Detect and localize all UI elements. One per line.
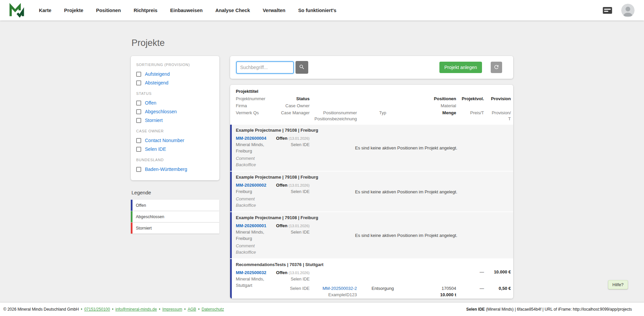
filter-card: SORTIERUNG (PROVISION) Aufsteigend Abste… xyxy=(131,56,219,180)
refresh-button[interactable] xyxy=(491,62,502,73)
separator: • xyxy=(81,307,82,312)
project-row: Example Projectname | 79108 | Freiburg M… xyxy=(230,212,513,258)
footer-datenschutz-link[interactable]: Datenschutz xyxy=(202,307,224,312)
checkbox-icon[interactable] xyxy=(136,109,141,114)
footer-email-link[interactable]: info@mineral-minds.de xyxy=(115,307,157,312)
checkbox-icon[interactable] xyxy=(136,138,141,143)
project-title: Example Projectname | 79108 | Freiburg xyxy=(236,214,513,221)
search-card: Projekt anlegen xyxy=(230,56,513,79)
footer-session-info: Selen IDE (Mineral Minds) | 6facae854b4f… xyxy=(466,307,632,312)
checkbox-icon[interactable] xyxy=(136,101,141,106)
position-provision-t: 0,50 € xyxy=(232,286,511,291)
search-icon xyxy=(299,64,305,71)
legend-title: Legende xyxy=(131,190,219,195)
legend-label: Abgeschlossen xyxy=(136,214,164,219)
checkbox-icon[interactable] xyxy=(136,80,141,85)
nav-item-einbauweisen[interactable]: Einbauweisen xyxy=(170,8,203,13)
legend-item-abgeschlossen: Abgeschlossen xyxy=(131,211,219,222)
filter-section-title: SORTIERUNG (PROVISION) xyxy=(136,63,214,67)
legend-item-storniert: Storniert xyxy=(131,223,219,234)
create-project-button[interactable]: Projekt anlegen xyxy=(439,62,482,73)
nav-item-positionen[interactable]: Positionen xyxy=(96,8,121,13)
status-value: Offen xyxy=(276,223,287,228)
project-vermerk: Comment xyxy=(236,196,289,202)
legend-item-offen: Offen xyxy=(131,200,219,211)
mineral-minds-logo-icon[interactable] xyxy=(9,3,24,18)
project-status: Offen (13.01.2026) Selen IDE xyxy=(232,223,310,236)
filter-option-baden-wuerttemberg[interactable]: Baden-Württemberg xyxy=(136,165,214,174)
user-avatar[interactable] xyxy=(621,4,635,17)
footer-impressum-link[interactable]: Impressum xyxy=(162,307,182,312)
project-row: Example Projectname | 79108 | Freiburg M… xyxy=(230,172,513,211)
col-provision-t: Provision/ xyxy=(230,110,511,115)
card-reader-icon[interactable] xyxy=(602,6,613,15)
checkbox-icon[interactable] xyxy=(136,118,141,123)
separator: • xyxy=(184,307,185,312)
status-date: (13.01.2026) xyxy=(289,224,310,228)
project-provision-value: 10.000 € xyxy=(232,269,511,274)
legend-label: Storniert xyxy=(136,226,152,231)
checkbox-icon[interactable] xyxy=(136,167,141,172)
status-value: Offen xyxy=(276,183,287,188)
project-vermerk: Backoffice xyxy=(236,202,289,208)
nav-item-karte[interactable]: Karte xyxy=(39,8,51,13)
no-positions-message: Es sind keine aktiven Positionen im Proj… xyxy=(332,145,480,150)
filter-option-abgeschlossen[interactable]: Abgeschlossen xyxy=(136,107,214,116)
separator: • xyxy=(198,307,200,312)
legend-label: Offen xyxy=(136,203,146,208)
project-vermerk: Backoffice xyxy=(236,249,289,255)
main-area: Projekte SORTIERUNG (PROVISION) Aufsteig… xyxy=(0,20,644,303)
col-material: Material xyxy=(230,103,456,108)
case-owner-value: Selen IDE xyxy=(232,276,310,282)
footer-left: © 2026 Mineral Minds Deutschland GmbH • … xyxy=(3,307,224,312)
nav-item-analyse-check[interactable]: Analyse Check xyxy=(215,8,250,13)
col-projekttitel: Projekttitel xyxy=(236,89,258,94)
project-vermerk: Backoffice xyxy=(236,162,289,168)
checkbox-icon[interactable] xyxy=(136,72,141,77)
nav-item-richtpreis[interactable]: Richtpreis xyxy=(133,8,157,13)
search-input[interactable] xyxy=(236,61,294,74)
position-menge: 10.000 t xyxy=(232,292,456,297)
nav-item-verwalten[interactable]: Verwalten xyxy=(263,8,285,13)
footer-phone-link[interactable]: 07151/250100 xyxy=(84,307,110,312)
case-owner-value: Selen IDE xyxy=(232,189,310,195)
project-title: RecommendationsTests | 70376 | Stuttgart xyxy=(236,261,513,268)
nav-item-so-funktionierts[interactable]: So funktioniert's xyxy=(298,8,336,13)
nav-item-projekte[interactable]: Projekte xyxy=(64,8,83,13)
top-navbar: Karte Projekte Positionen Richtpreis Ein… xyxy=(0,0,644,20)
status-date: (13.01.2026) xyxy=(289,136,310,140)
main-column: Projekt anlegen Projekttitel P xyxy=(230,56,513,299)
filter-option-absteigend[interactable]: Absteigend xyxy=(136,78,214,87)
session-details: (Mineral Minds) | 6facae854b4f | URL of … xyxy=(485,307,632,312)
project-status: Offen (13.01.2026) Selen IDE xyxy=(232,182,310,195)
project-title: Example Projectname | 79108 | Freiburg xyxy=(236,174,513,180)
separator: • xyxy=(112,307,113,312)
project-vermerk: Comment xyxy=(236,155,289,162)
filter-section-sortierung: SORTIERUNG (PROVISION) Aufsteigend Abste… xyxy=(136,63,214,87)
page-title: Projekte xyxy=(131,38,513,48)
refresh-icon xyxy=(493,64,499,71)
filter-option-contact-nonumber[interactable]: Contact Nonumber xyxy=(136,136,214,145)
filter-option-aufsteigend[interactable]: Aufsteigend xyxy=(136,70,214,78)
search-button[interactable] xyxy=(296,61,308,74)
project-firma: Freiburg xyxy=(236,148,289,154)
sidebar: SORTIERUNG (PROVISION) Aufsteigend Abste… xyxy=(131,56,219,234)
no-positions-message: Es sind keine aktiven Positionen im Proj… xyxy=(332,233,480,238)
filter-option-offen[interactable]: Offen xyxy=(136,99,214,107)
checkbox-icon[interactable] xyxy=(136,147,141,152)
case-owner-value: Selen IDE xyxy=(232,229,310,236)
no-positions-message: Es sind keine aktiven Positionen im Proj… xyxy=(332,189,480,194)
filter-section-case-owner: CASE OWNER Contact Nonumber Selen IDE xyxy=(136,129,214,153)
filter-section-title: STATUS xyxy=(136,91,214,96)
projects-table-card: Projekttitel Projektnummer Firma Vermerk… xyxy=(230,85,513,299)
filter-option-storniert[interactable]: Storniert xyxy=(136,116,214,125)
filter-option-selen-ide[interactable]: Selen IDE xyxy=(136,145,214,153)
footer: © 2026 Mineral Minds Deutschland GmbH • … xyxy=(0,303,644,316)
legend: Offen Abgeschlossen Storniert xyxy=(131,200,219,234)
filter-section-title: BUNDESLAND xyxy=(136,158,214,162)
help-button[interactable]: Hilfe? xyxy=(608,280,628,289)
col-provision: Provision xyxy=(230,96,511,101)
footer-agb-link[interactable]: AGB xyxy=(187,307,196,312)
project-title: Example Projectname | 79108 | Freiburg xyxy=(236,127,513,133)
status-value: Offen xyxy=(276,136,287,141)
